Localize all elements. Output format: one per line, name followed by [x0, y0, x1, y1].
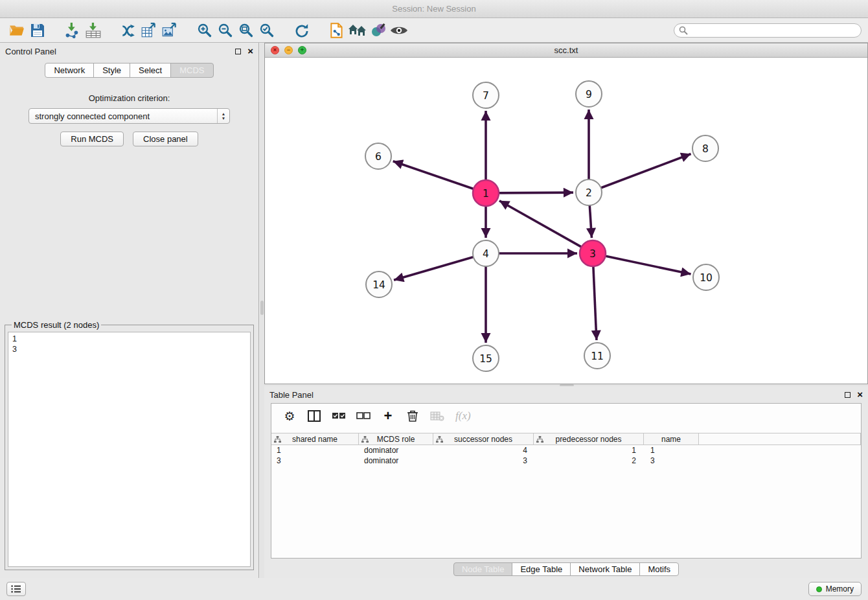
style-icon[interactable] [368, 21, 389, 40]
network-share-icon[interactable] [118, 21, 139, 40]
search-input[interactable] [674, 23, 862, 38]
deselect-all-icon[interactable] [354, 408, 372, 424]
svg-text:3: 3 [589, 248, 596, 260]
table-row[interactable]: 3dominator323 [271, 456, 861, 466]
tab-style[interactable]: Style [93, 63, 130, 78]
close-panel-icon[interactable]: × [247, 47, 253, 55]
table-panel-header: Table Panel × [264, 386, 868, 403]
graph-node-8[interactable]: 8 [692, 135, 718, 161]
float-panel-icon[interactable] [235, 49, 241, 54]
export-image-icon[interactable] [159, 21, 180, 40]
network-graph[interactable]: 7968124314101511 [265, 58, 867, 384]
splitter-handle[interactable] [260, 301, 264, 315]
zoom-fit-icon[interactable] [236, 21, 257, 40]
export-table-icon[interactable] [139, 21, 159, 40]
eye-icon[interactable] [389, 21, 409, 40]
column-header-name[interactable]: name [644, 433, 699, 444]
duplicate-network-icon[interactable] [326, 21, 347, 40]
mcds-result-item[interactable]: 1 [8, 334, 250, 344]
tab-edge-table[interactable]: Edge Table [512, 562, 571, 576]
select-all-icon[interactable] [330, 408, 348, 424]
graph-edge[interactable] [589, 203, 591, 238]
graph-edge[interactable] [604, 256, 691, 275]
graph-edge[interactable] [393, 161, 475, 190]
refresh-icon[interactable] [291, 21, 312, 40]
search-box [674, 23, 862, 38]
graph-node-1[interactable]: 1 [473, 180, 499, 206]
graph-node-10[interactable]: 10 [693, 264, 719, 290]
zoom-selected-icon[interactable] [257, 21, 277, 40]
app-title: Session: New Session [392, 4, 475, 14]
graph-node-7[interactable]: 7 [473, 82, 499, 108]
table-cell[interactable]: 1 [644, 445, 699, 456]
memory-button[interactable]: Memory [808, 582, 862, 596]
graph-edge[interactable] [593, 264, 597, 340]
criterion-dropdown[interactable]: strongly connected component ▲▼ [29, 108, 230, 124]
graph-node-4[interactable]: 4 [473, 240, 499, 266]
zoom-in-icon[interactable] [194, 21, 215, 40]
table-panel: Table Panel × ⚙ + [264, 386, 868, 578]
graph-edge[interactable] [497, 192, 573, 193]
zoom-out-icon[interactable] [215, 21, 236, 40]
tab-node-table[interactable]: Node Table [453, 562, 513, 576]
right-area: scc.txt × − + 7968124314101511 Table Pan… [264, 43, 868, 578]
float-panel-icon[interactable] [845, 392, 851, 398]
network-window-titlebar: scc.txt × − + [265, 43, 867, 58]
table-panel-title: Table Panel [269, 390, 314, 400]
network-canvas[interactable]: 7968124314101511 [265, 58, 867, 384]
add-column-icon[interactable]: + [379, 408, 397, 424]
function-builder-icon: f(x) [455, 410, 471, 422]
table-cell[interactable]: 1 [271, 445, 359, 456]
table-row[interactable]: 1dominator411 [271, 445, 861, 456]
table-cell-filler [699, 445, 861, 456]
task-history-button[interactable] [6, 582, 26, 596]
table-cell[interactable]: 1 [534, 445, 644, 456]
table-cell[interactable]: 4 [433, 445, 534, 456]
graph-node-3[interactable]: 3 [580, 240, 606, 266]
app-titlebar: Session: New Session [0, 0, 868, 18]
tab-network[interactable]: Network [45, 63, 94, 78]
graph-node-2[interactable]: 2 [576, 179, 602, 205]
graph-node-9[interactable]: 9 [576, 81, 602, 107]
column-header-shared-name[interactable]: shared name [271, 433, 359, 444]
graph-edge[interactable] [599, 154, 691, 189]
delete-column-icon[interactable] [404, 408, 422, 424]
tab-select[interactable]: Select [130, 63, 171, 78]
control-panel-tabs: Network Style Select MCDS [0, 63, 258, 78]
column-header-mcds-role[interactable]: MCDS role [359, 433, 433, 444]
graph-node-6[interactable]: 6 [365, 143, 391, 169]
close-panel-button[interactable]: Close panel [133, 132, 198, 146]
home-panels-icon[interactable] [347, 21, 368, 40]
import-network-icon[interactable] [62, 21, 83, 40]
table-cell[interactable]: 3 [433, 456, 534, 466]
mcds-result-list[interactable]: 13 [8, 332, 251, 567]
mcds-result-group: MCDS result (2 nodes) 13 [5, 320, 254, 570]
open-session-icon[interactable] [6, 21, 27, 40]
column-header-successor-nodes[interactable]: successor nodes [433, 433, 534, 444]
search-icon [679, 26, 688, 37]
save-session-icon[interactable] [27, 21, 48, 40]
graph-node-15[interactable]: 15 [473, 345, 499, 371]
mcds-result-item[interactable]: 3 [8, 344, 250, 354]
tab-motifs[interactable]: Motifs [639, 562, 679, 576]
graph-edge[interactable] [499, 201, 583, 248]
vertical-splitter[interactable] [260, 43, 264, 578]
table-cell[interactable]: 3 [644, 456, 699, 466]
table-cell[interactable]: 3 [271, 456, 359, 466]
table-cell[interactable]: 2 [534, 456, 644, 466]
import-table-icon[interactable] [83, 21, 104, 40]
graph-node-14[interactable]: 14 [366, 271, 392, 297]
network-window: scc.txt × − + 7968124314101511 [264, 43, 868, 384]
tab-network-table[interactable]: Network Table [570, 562, 640, 576]
main-toolbar [0, 18, 868, 43]
close-panel-icon[interactable]: × [857, 391, 863, 398]
column-visibility-icon[interactable] [305, 408, 323, 424]
table-cell[interactable]: dominator [359, 445, 433, 456]
column-header-predecessor-nodes[interactable]: predecessor nodes [534, 433, 644, 444]
run-mcds-button[interactable]: Run MCDS [60, 132, 124, 146]
table-cell[interactable]: dominator [359, 456, 433, 466]
table-settings-icon[interactable]: ⚙ [280, 408, 299, 424]
graph-node-11[interactable]: 11 [584, 343, 610, 369]
graph-edge[interactable] [394, 257, 475, 281]
tab-mcds[interactable]: MCDS [170, 63, 213, 78]
